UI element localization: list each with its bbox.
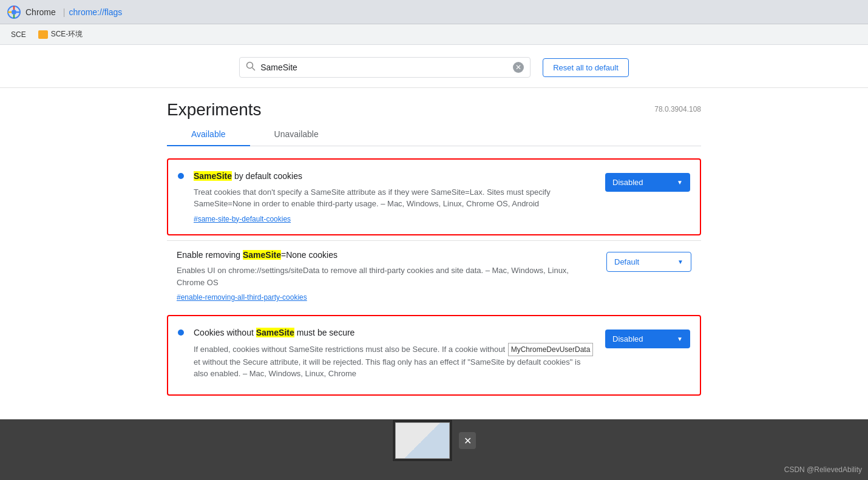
title-highlight-1: SameSite [194, 171, 232, 181]
tab-unavailable[interactable]: Unavailable [250, 123, 343, 146]
dropdown-arrow-2: ▼ [677, 259, 683, 265]
experiment-title-2: Enable removing SameSite=None cookies [177, 249, 597, 262]
watermark: CSDN @RelievedAbility [784, 465, 862, 474]
title-suffix-1: by default cookies [232, 171, 302, 181]
reset-all-button[interactable]: Reset all to default [543, 58, 629, 77]
dropdown-arrow-3: ▼ [677, 336, 683, 342]
desc-suffix-3: et without the Secure attribute, it will… [194, 357, 580, 379]
experiment-control-2: Default ▼ [606, 252, 691, 272]
dropdown-label-1: Disabled [612, 178, 643, 187]
tabs-bar: Available Unavailable [167, 123, 701, 146]
search-icon [246, 61, 256, 73]
desc-prefix-3: If enabled, cookies without SameSite res… [194, 345, 507, 354]
experiment-list: SameSite by default cookies Treat cookie… [143, 158, 725, 396]
overlay-inner: ✕ [392, 419, 476, 462]
title-bar: Chrome | chrome://flags [0, 0, 868, 24]
close-overlay-button[interactable]: ✕ [459, 432, 476, 449]
tab-available[interactable]: Available [167, 123, 250, 146]
bookmark-sce-env-label: SCE-环境 [51, 29, 83, 39]
title-suffix-2: =None cookies [281, 250, 337, 260]
search-area: ✕ Reset all to default [0, 45, 868, 88]
title-highlight-3: SameSite [256, 328, 294, 337]
svg-line-3 [253, 68, 256, 71]
dropdown-label-3: Disabled [612, 334, 643, 343]
bottom-overlay: ✕ [0, 419, 868, 480]
bookmark-sce-label: SCE [11, 30, 26, 39]
title-highlight-2: SameSite [243, 250, 281, 260]
experiment-title-1: SameSite by default cookies [194, 171, 595, 183]
experiment-dropdown-3[interactable]: Disabled ▼ [605, 330, 690, 348]
experiment-dropdown-2[interactable]: Default ▼ [606, 252, 691, 272]
folder-icon [38, 30, 48, 39]
experiment-dot-3 [178, 330, 184, 336]
dropdown-arrow-1: ▼ [677, 179, 683, 186]
experiment-info-2: Enable removing SameSite=None cookies En… [177, 249, 597, 302]
experiment-item-3: Cookies without SameSite must be secure … [167, 315, 701, 396]
experiment-control-1: Disabled ▼ [605, 173, 690, 192]
page-content: ✕ Reset all to default Experiments 78.0.… [0, 45, 868, 480]
bookmarks-bar: SCE SCE-环境 [0, 24, 868, 45]
search-clear-button[interactable]: ✕ [513, 62, 524, 73]
experiment-desc-3: If enabled, cookies without SameSite res… [194, 343, 595, 380]
experiment-link-2[interactable]: #enable-removing-all-third-party-cookies [177, 293, 307, 302]
svg-point-1 [12, 10, 16, 15]
title-prefix-3: Cookies without [194, 328, 256, 337]
search-input[interactable] [260, 63, 513, 72]
experiment-dot-1 [178, 173, 184, 179]
experiment-link-1[interactable]: #same-site-by-default-cookies [194, 215, 291, 223]
search-box: ✕ [239, 57, 531, 78]
title-prefix-2: Enable removing [177, 250, 243, 260]
experiment-info-3: Cookies without SameSite must be secure … [194, 327, 595, 384]
experiment-info-1: SameSite by default cookies Treat cookie… [194, 171, 595, 223]
bookmark-sce-env[interactable]: SCE-环境 [35, 28, 87, 41]
experiments-area: Experiments 78.0.3904.108 Available Unav… [143, 88, 725, 146]
url-display: chrome://flags [69, 7, 122, 17]
experiment-item-1: SameSite by default cookies Treat cookie… [167, 158, 701, 235]
experiment-desc-2: Enables UI on chrome://settings/siteData… [177, 265, 597, 288]
title-suffix-3: must be secure [294, 328, 355, 337]
thumbnail [392, 419, 453, 462]
experiment-item-2: Enable removing SameSite=None cookies En… [167, 240, 701, 311]
bookmark-sce[interactable]: SCE [7, 29, 30, 40]
experiment-title-3: Cookies without SameSite must be secure [194, 327, 595, 339]
experiment-desc-1: Treat cookies that don't specify a SameS… [194, 186, 595, 210]
app-name: Chrome [25, 7, 56, 17]
svg-point-2 [247, 63, 253, 69]
chrome-logo-icon [7, 5, 21, 19]
dropdown-label-2: Default [614, 257, 639, 266]
thumbnail-image [395, 422, 450, 459]
separator: | [63, 7, 66, 17]
experiment-dropdown-1[interactable]: Disabled ▼ [605, 173, 690, 192]
experiment-control-3: Disabled ▼ [605, 330, 690, 348]
devtag-3: MyChromeDevUserData [508, 343, 594, 356]
